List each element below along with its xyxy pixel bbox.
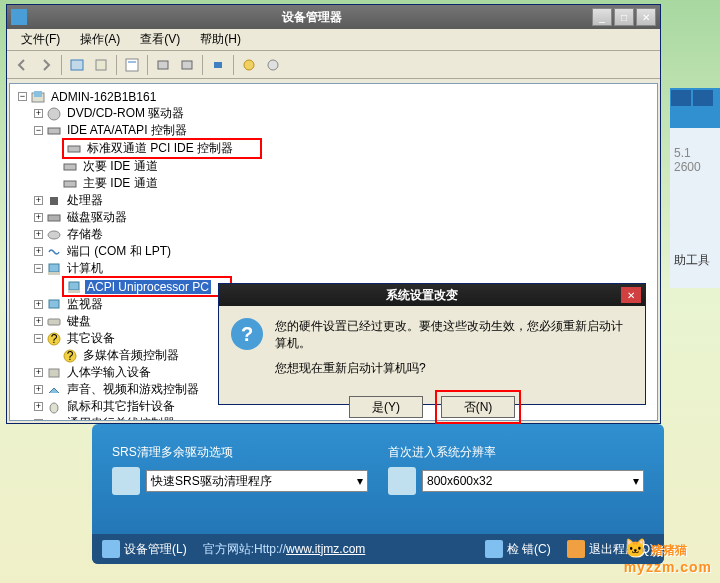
- titlebar[interactable]: 设备管理器 _ □ ✕: [7, 5, 660, 29]
- tree-computer[interactable]: 计算机: [65, 260, 105, 277]
- scan-hardware-button[interactable]: [207, 54, 229, 76]
- expand-icon[interactable]: +: [34, 213, 43, 222]
- expand-icon[interactable]: +: [34, 247, 43, 256]
- chevron-down-icon: ▾: [633, 474, 639, 488]
- tree-keyboard[interactable]: 键盘: [65, 313, 93, 330]
- svg-rect-23: [49, 300, 59, 308]
- expand-icon[interactable]: +: [34, 317, 43, 326]
- collapse-icon[interactable]: −: [34, 126, 43, 135]
- tree-acpi-selected[interactable]: ACPI Uniprocessor PC: [85, 280, 211, 294]
- svg-rect-15: [64, 181, 76, 187]
- svg-rect-1: [96, 60, 106, 70]
- dialog-close-button[interactable]: ✕: [621, 287, 641, 303]
- yes-button[interactable]: 是(Y): [349, 396, 423, 418]
- tool-button[interactable]: [66, 54, 88, 76]
- website-link[interactable]: www.itjmz.com: [286, 542, 365, 556]
- srs-dropdown[interactable]: 快速SRS驱动清理程序▾: [146, 470, 368, 492]
- maximize-button[interactable]: □: [614, 8, 634, 26]
- svg-point-8: [268, 60, 278, 70]
- collapse-icon[interactable]: −: [34, 264, 43, 273]
- device-manager-button[interactable]: 设备管理(L): [102, 540, 187, 558]
- expand-icon[interactable]: +: [34, 196, 43, 205]
- svg-point-30: [50, 403, 58, 413]
- dialog-titlebar[interactable]: 系统设置改变 ✕: [219, 284, 645, 306]
- svg-rect-14: [64, 164, 76, 170]
- svg-rect-20: [48, 272, 60, 275]
- menu-file[interactable]: 文件(F): [13, 29, 68, 50]
- back-button[interactable]: [11, 54, 33, 76]
- driver-tool-window: SRS清理多余驱动选项 快速SRS驱动清理程序▾ 首次进入系统分辨率 800x6…: [92, 424, 664, 564]
- watermark-logo: 🐱 猪猪猫 myzzm.com: [624, 537, 712, 575]
- toolbar: [7, 51, 660, 79]
- tool-button[interactable]: [262, 54, 284, 76]
- resolution-dropdown[interactable]: 800x600x32▾: [422, 470, 644, 492]
- collapse-icon[interactable]: −: [34, 334, 43, 343]
- svg-text:?: ?: [67, 349, 74, 363]
- expand-icon[interactable]: +: [34, 368, 43, 377]
- help-text: 助工具: [670, 192, 720, 329]
- menu-action[interactable]: 操作(A): [72, 29, 128, 50]
- system-settings-dialog: 系统设置改变 ✕ ? 您的硬件设置已经过更改。要使这些改动生效，您必须重新启动计…: [218, 283, 646, 405]
- expand-icon[interactable]: +: [34, 230, 43, 239]
- tree-audio[interactable]: 多媒体音频控制器: [81, 347, 181, 364]
- tree-disk[interactable]: 磁盘驱动器: [65, 209, 129, 226]
- tree-ide-std[interactable]: 标准双通道 PCI IDE 控制器: [85, 140, 235, 157]
- chevron-down-icon: ▾: [357, 474, 363, 488]
- svg-text:?: ?: [51, 332, 58, 346]
- properties-button[interactable]: [121, 54, 143, 76]
- svg-rect-21: [69, 282, 79, 290]
- menu-view[interactable]: 查看(V): [132, 29, 188, 50]
- expand-icon[interactable]: +: [34, 402, 43, 411]
- svg-rect-2: [126, 59, 138, 71]
- resolution-icon: [388, 467, 416, 495]
- svg-rect-17: [48, 215, 60, 221]
- expand-icon[interactable]: +: [34, 419, 43, 421]
- svg-rect-29: [49, 369, 59, 377]
- forward-button[interactable]: [35, 54, 57, 76]
- tree-port[interactable]: 端口 (COM 和 LPT): [65, 243, 173, 260]
- tool-button[interactable]: [176, 54, 198, 76]
- collapse-icon[interactable]: −: [18, 92, 27, 101]
- svg-point-18: [48, 231, 60, 239]
- svg-point-11: [48, 108, 60, 120]
- tree-vol[interactable]: 存储卷: [65, 226, 105, 243]
- tree-sound[interactable]: 声音、视频和游戏控制器: [65, 381, 201, 398]
- no-button[interactable]: 否(N): [441, 396, 515, 418]
- tree-ide-sec[interactable]: 次要 IDE 通道: [81, 158, 160, 175]
- tree-mouse[interactable]: 鼠标和其它指针设备: [65, 398, 177, 415]
- tree-monitor[interactable]: 监视器: [65, 296, 105, 313]
- menu-help[interactable]: 帮助(H): [192, 29, 249, 50]
- background-app-fragment: 5.1 2600 助工具: [670, 88, 720, 288]
- tree-root[interactable]: ADMIN-162B1B161: [49, 90, 158, 104]
- tree-usb[interactable]: 通用串行总线控制器: [65, 415, 177, 421]
- srs-label: SRS清理多余驱动选项: [112, 444, 368, 461]
- window-title: 设备管理器: [31, 9, 592, 26]
- app-icon: [11, 9, 27, 25]
- tree-other[interactable]: 其它设备: [65, 330, 117, 347]
- tree-ide-pri[interactable]: 主要 IDE 通道: [81, 175, 160, 192]
- expand-icon[interactable]: +: [34, 385, 43, 394]
- resolution-label: 首次进入系统分辨率: [388, 444, 644, 461]
- expand-icon[interactable]: +: [34, 109, 43, 118]
- svg-rect-19: [49, 264, 59, 272]
- svg-rect-0: [71, 60, 83, 70]
- dialog-message-2: 您想现在重新启动计算机吗?: [275, 360, 633, 377]
- tree-cpu[interactable]: 处理器: [65, 192, 105, 209]
- dialog-message-1: 您的硬件设置已经过更改。要使这些改动生效，您必须重新启动计算机。: [275, 318, 633, 352]
- svg-rect-4: [158, 61, 168, 69]
- svg-rect-22: [68, 290, 80, 293]
- tree-hid[interactable]: 人体学输入设备: [65, 364, 153, 381]
- tree-dvd[interactable]: DVD/CD-ROM 驱动器: [65, 105, 186, 122]
- tree-ide[interactable]: IDE ATA/ATAPI 控制器: [65, 122, 189, 139]
- tool-button[interactable]: [238, 54, 260, 76]
- minimize-button[interactable]: _: [592, 8, 612, 26]
- version-text: 5.1 2600: [670, 128, 720, 192]
- check-button[interactable]: 检 错(C): [485, 540, 551, 558]
- svg-rect-12: [48, 128, 60, 134]
- svg-rect-10: [34, 91, 42, 97]
- svg-rect-5: [182, 61, 192, 69]
- close-button[interactable]: ✕: [636, 8, 656, 26]
- tool-button[interactable]: [152, 54, 174, 76]
- tool-button[interactable]: [90, 54, 112, 76]
- expand-icon[interactable]: +: [34, 300, 43, 309]
